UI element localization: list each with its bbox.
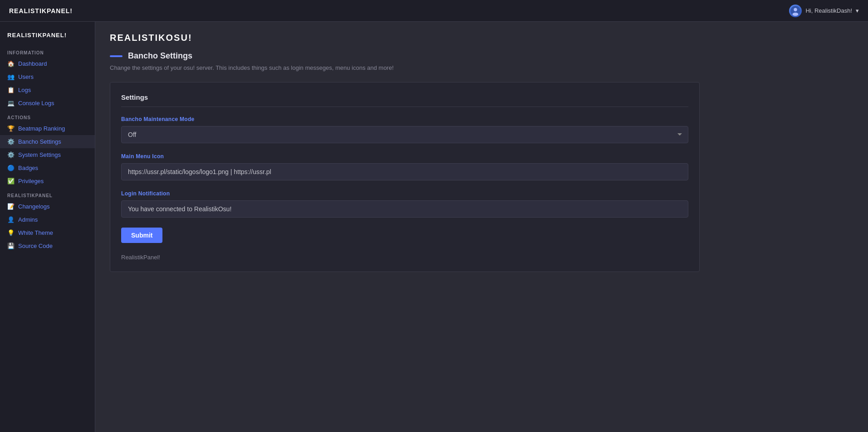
user-menu[interactable]: Hi, RealistikDash! ▾ [789,5,859,17]
page-title: Bancho Settings [128,51,192,61]
main-content: REALISTIKOSU! Bancho Settings Change the… [95,22,868,432]
menu-icon-group: Main Menu Icon [121,153,688,180]
page-header-bar: Bancho Settings [110,51,853,61]
bancho-settings-icon: ⚙️ [7,138,15,145]
main-app-title: REALISTIKOSU! [110,33,853,43]
sidebar-item-label-bancho-settings: Bancho Settings [18,138,61,145]
login-notification-input[interactable] [121,200,688,218]
users-icon: 👥 [7,73,15,80]
sidebar-item-label-badges: Badges [18,165,38,171]
site-title: REALISTIKPANEL! [9,7,73,15]
sidebar-item-users[interactable]: 👥 Users [0,70,95,83]
white-theme-icon: 💡 [7,229,15,236]
sidebar-item-label-privileges: Privileges [18,178,44,184]
login-notification-label: Login Notification [121,190,688,197]
section-label-realistikpanel: REALISTIKPANEL [0,188,95,200]
maintenance-mode-group: Bancho Maintenance Mode Off On [121,116,688,143]
badges-icon: 🔵 [7,165,15,171]
maintenance-mode-label: Bancho Maintenance Mode [121,116,688,122]
sidebar-item-source-code[interactable]: 💾 Source Code [0,239,95,252]
maintenance-mode-select[interactable]: Off On [121,126,688,143]
sidebar-item-label-logs: Logs [18,87,31,93]
sidebar-item-bancho-settings[interactable]: ⚙️ Bancho Settings [0,135,95,148]
settings-card: Settings Bancho Maintenance Mode Off On … [110,82,700,272]
user-greeting: Hi, RealistikDash! [805,7,852,14]
source-code-icon: 💾 [7,243,15,249]
sidebar-item-badges[interactable]: 🔵 Badges [0,161,95,175]
privileges-icon: ✅ [7,178,15,184]
sidebar-item-changelogs[interactable]: 📝 Changelogs [0,200,95,213]
sidebar-item-logs[interactable]: 📋 Logs [0,83,95,97]
layout: REALISTIKPANEL! INFORMATION 🏠 Dashboard … [0,22,868,432]
logs-icon: 📋 [7,87,15,93]
system-settings-icon: ⚙️ [7,151,15,158]
sidebar-item-label-console-logs: Console Logs [18,100,54,107]
submit-button[interactable]: Submit [121,228,162,243]
sidebar-item-label-users: Users [18,73,34,80]
sidebar-item-dashboard[interactable]: 🏠 Dashboard [0,57,95,70]
admins-icon: 👤 [7,216,15,223]
sidebar-item-label-white-theme: White Theme [18,229,53,236]
sidebar-item-label-system-settings: System Settings [18,151,61,158]
section-label-actions: ACTIONS [0,110,95,122]
sidebar-app-title: REALISTIKPANEL! [0,27,95,45]
sidebar-item-white-theme[interactable]: 💡 White Theme [0,226,95,239]
sidebar-item-label-beatmap-ranking: Beatmap Ranking [18,125,65,132]
console-logs-icon: 💻 [7,100,15,107]
sidebar-item-label-dashboard: Dashboard [18,60,47,67]
changelogs-icon: 📝 [7,203,15,210]
sidebar-item-label-source-code: Source Code [18,243,53,249]
sidebar-item-console-logs[interactable]: 💻 Console Logs [0,97,95,110]
sidebar-item-label-changelogs: Changelogs [18,203,49,210]
sidebar: REALISTIKPANEL! INFORMATION 🏠 Dashboard … [0,22,95,432]
sidebar-item-system-settings[interactable]: ⚙️ System Settings [0,148,95,161]
svg-point-1 [794,8,797,11]
header-accent [110,55,123,57]
login-notification-group: Login Notification [121,190,688,218]
top-header: REALISTIKPANEL! Hi, RealistikDash! ▾ [0,0,868,22]
dashboard-icon: 🏠 [7,60,15,67]
settings-card-title: Settings [121,93,688,107]
sidebar-item-admins[interactable]: 👤 Admins [0,213,95,226]
sidebar-item-label-admins: Admins [18,216,38,223]
sidebar-item-privileges[interactable]: ✅ Privileges [0,175,95,188]
page-subtitle: Change the settings of your osu! server.… [110,64,853,71]
beatmap-ranking-icon: 🏆 [7,125,15,132]
user-avatar [789,5,802,17]
svg-point-2 [793,12,799,15]
sidebar-item-beatmap-ranking[interactable]: 🏆 Beatmap Ranking [0,122,95,135]
footer-text: RealistikPanel! [121,254,688,261]
menu-icon-input[interactable] [121,163,688,180]
menu-icon-label: Main Menu Icon [121,153,688,160]
dropdown-arrow-icon: ▾ [856,7,859,14]
section-label-information: INFORMATION [0,45,95,57]
